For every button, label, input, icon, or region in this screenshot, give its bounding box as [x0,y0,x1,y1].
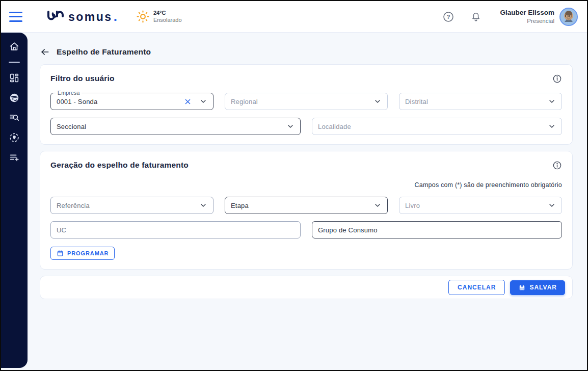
sidebar-divider [9,62,20,63]
chevron-down-icon [548,122,556,130]
info-icon[interactable] [552,161,562,170]
save-button[interactable]: SALVAR [510,280,565,295]
distrital-placeholder: Distrital [405,98,428,105]
filter-card: Filtro do usuário Empresa 0001 - Sonda [40,64,573,145]
regional-select[interactable]: Regional [225,93,388,110]
chevron-down-icon [373,201,382,209]
actions-bar: CANCELAR SALVAR [40,276,573,299]
etapa-placeholder: Etapa [231,202,249,209]
chevron-down-icon [286,122,295,130]
dashboard-icon[interactable] [9,72,20,84]
cancel-label: CANCELAR [458,284,496,291]
livro-placeholder: Livro [405,202,420,209]
top-header: somus . 24°C Ensolarado [1,1,587,33]
localidade-select[interactable]: Localidade [312,118,562,135]
etapa-select[interactable]: Etapa [225,197,388,214]
user-name: Glauber Elissom [500,8,554,17]
chevron-down-icon [199,201,207,209]
empresa-value: 0001 - Sonda [57,98,97,105]
uc-input[interactable] [50,221,301,238]
notifications-bell-icon[interactable] [469,10,483,23]
empresa-label: Empresa [56,90,82,96]
save-label: SALVAR [529,284,557,291]
seccional-select[interactable]: Seccional [50,118,301,135]
programar-button[interactable]: PROGRAMAR [50,247,115,260]
help-icon[interactable]: ? [442,10,455,23]
globe-icon[interactable] [9,92,20,103]
livro-select[interactable]: Livro [399,197,562,214]
required-fields-note: Campos com (*) são de preenchimento obri… [50,181,562,189]
main-content: Espelho de Faturamento Filtro do usuário… [28,33,587,370]
calendar-icon [57,250,64,257]
somus-logo: somus . [47,9,117,24]
chevron-down-icon [373,97,382,105]
cancel-button[interactable]: CANCELAR [448,280,505,295]
home-icon[interactable] [9,41,20,52]
user-info: Glauber Elissom Presencial [500,8,554,24]
page-title: Espelho de Faturamento [57,47,151,57]
seccional-placeholder: Seccional [57,123,86,130]
search-list-icon[interactable] [9,112,20,123]
logo-mark-icon [47,10,64,23]
referencia-placeholder: Referência [57,202,90,209]
svg-text:?: ? [447,14,450,20]
share-location-icon[interactable] [9,132,20,143]
chevron-down-icon [548,201,556,209]
weather-condition: Ensolarado [153,17,182,24]
back-arrow-icon[interactable] [40,47,50,57]
distrital-select[interactable]: Distrital [399,93,562,110]
sidebar-nav [1,33,28,368]
referencia-select[interactable]: Referência [50,197,213,214]
grupo-consumo-input[interactable] [312,221,562,238]
weather-temperature: 24°C [153,10,182,17]
clear-icon[interactable] [184,98,192,105]
generation-card: Geração do espelho de faturamento Campos… [40,151,573,270]
empresa-select[interactable]: Empresa 0001 - Sonda [50,93,213,110]
info-icon[interactable] [552,74,562,84]
filter-card-title: Filtro do usuário [50,74,115,83]
user-avatar[interactable] [559,8,578,26]
user-status: Presencial [527,17,554,25]
generation-card-title: Geração do espelho de faturamento [50,161,189,170]
logo-text: somus [68,10,113,24]
save-icon [518,284,526,292]
regional-placeholder: Regional [231,98,258,105]
localidade-placeholder: Localidade [318,123,351,130]
chevron-down-icon [199,97,207,105]
weather-widget: 24°C Ensolarado [137,10,182,24]
sun-icon [137,10,149,23]
playlist-add-icon[interactable] [9,152,20,163]
logo-dot: . [114,9,117,24]
menu-icon[interactable] [9,12,22,22]
chevron-down-icon [548,97,556,105]
programar-label: PROGRAMAR [67,250,109,256]
app-window: somus . 24°C Ensolarado [0,0,588,371]
